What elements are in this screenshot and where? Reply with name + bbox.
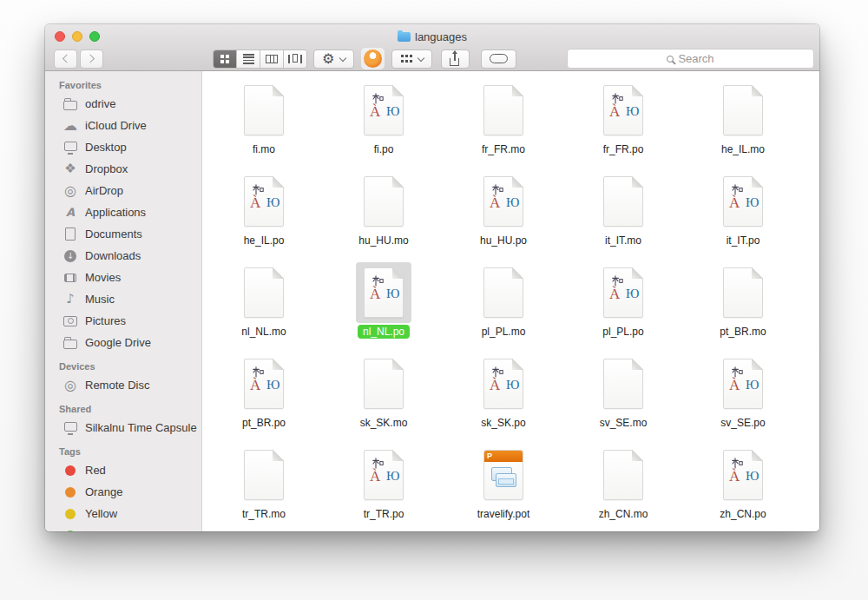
sidebar: Favorites odrive iCloud Drive Desktop Dr… [45,71,202,531]
file-sk_SK.po[interactable]: À Ю sk_SK.po [444,353,563,445]
view-columns-button[interactable] [260,50,284,68]
close-button[interactable] [55,31,65,42]
file-hu_HU.mo[interactable]: hu_HU.mo [324,171,444,262]
sidebar-item-desktop[interactable]: Desktop [45,136,201,158]
music-icon [62,292,78,307]
file-pl_PL.mo[interactable]: pl_PL.mo [444,262,563,353]
search-input[interactable]: Search [567,49,814,69]
back-button[interactable] [54,49,77,69]
file-it_IT.po[interactable]: À Ю it_IT.po [683,171,803,262]
tag-dot-icon [65,531,76,532]
latin-glyph: À [250,378,260,394]
file-icon-wrapper: À Ю [595,80,651,141]
view-coverflow-button[interactable] [284,50,306,68]
sidebar-item-label: Applications [85,206,146,219]
sidebar-item-orange[interactable]: Orange [45,481,201,503]
view-grid-button[interactable] [214,50,237,68]
file-name-label: sk_SK.po [476,416,530,430]
file-pt_BR.po[interactable]: À Ю pt_BR.po [204,353,324,445]
file-it_IT.mo[interactable]: it_IT.mo [563,171,683,262]
applications-icon [62,205,78,221]
sidebar-item-label: Dropbox [85,162,128,175]
sidebar-item-applications[interactable]: Applications [45,201,201,223]
sidebar-item-label: iCloud Drive [85,119,147,132]
file-fr_FR.mo[interactable]: fr_FR.mo [444,80,563,171]
latin-glyph: À [729,378,740,394]
file-nl_NL.po[interactable]: À Ю nl_NL.po [324,262,444,353]
sidebar-item-odrive[interactable]: odrive [45,93,201,115]
file-fi.mo[interactable]: fi.mo [204,80,324,171]
window-chrome: languages ⚙ [45,24,819,71]
file-hu_HU.po[interactable]: À Ю hu_HU.po [444,171,563,262]
action-menu-button[interactable]: ⚙ [313,49,354,69]
tags-button[interactable] [481,49,516,69]
sidebar-item-label: Green [85,529,116,531]
file-tr_TR.mo[interactable]: tr_TR.mo [204,445,324,531]
window-title-text: languages [415,30,467,43]
file-icon-wrapper [715,80,771,141]
chevron-down-icon [418,54,424,61]
share-button[interactable] [441,49,470,69]
movies-icon [62,270,78,286]
document-icon: À Ю [364,267,404,318]
sidebar-item-icloud-drive[interactable]: iCloud Drive [45,115,201,136]
file-fi.po[interactable]: À Ю fi.po [324,80,444,171]
search-icon [667,56,674,63]
sidebar-item-label: Documents [85,227,142,241]
document-icon [244,267,284,318]
minimize-button[interactable] [72,31,82,42]
file-name-label: fr_FR.po [598,142,649,156]
sidebar-item-movies[interactable]: Movies [45,267,201,288]
file-name-label: pt_BR.po [237,416,291,430]
file-pt_BR.mo[interactable]: pt_BR.mo [683,262,803,353]
sidebar-item-yellow[interactable]: Yellow [45,503,201,524]
folder-icon [62,335,78,351]
file-nl_NL.mo[interactable]: nl_NL.mo [204,262,324,353]
odrive-toolbar-button[interactable] [361,48,385,69]
file-zh_CN.po[interactable]: À Ю zh_CN.po [683,445,803,531]
file-pl_PL.po[interactable]: À Ю pl_PL.po [563,262,683,353]
file-name-label: fi.mo [247,142,280,156]
sidebar-item-remote-disc[interactable]: Remote Disc [45,374,201,396]
file-zh_CN.mo[interactable]: zh_CN.mo [563,445,683,531]
file-fr_FR.po[interactable]: À Ю fr_FR.po [563,80,683,171]
file-sk_SK.mo[interactable]: sk_SK.mo [324,353,444,445]
sidebar-item-documents[interactable]: Documents [45,223,201,245]
sidebar-item-dropbox[interactable]: Dropbox [45,158,201,180]
document-icon: À Ю [364,85,404,135]
file-sv_SE.po[interactable]: À Ю sv_SE.po [683,353,803,445]
zoom-button[interactable] [89,31,100,42]
tag-icon [490,54,508,63]
sidebar-item-google-drive[interactable]: Google Drive [45,332,201,353]
file-travelify.pot[interactable]: P travelify.pot [444,445,563,531]
forward-button[interactable] [80,49,103,69]
sidebar-item-downloads[interactable]: Downloads [45,245,201,267]
tag-dot-icon [65,487,76,498]
sidebar-section: Favorites odrive iCloud Drive Desktop Dr… [45,78,201,353]
file-icon-wrapper: À Ю [595,262,651,323]
sidebar-item-music[interactable]: Music [45,288,201,310]
arrange-menu-button[interactable] [391,49,432,69]
file-he_IL.po[interactable]: À Ю he_IL.po [204,171,324,262]
sidebar-item-green[interactable]: Green [45,524,201,531]
sidebar-item-pictures[interactable]: Pictures [45,310,201,332]
titlebar[interactable]: languages [45,24,819,47]
sidebar-item-red[interactable]: Red [45,459,201,481]
sidebar-section: Shared Silkalnu Time Capsule [45,402,201,438]
file-sv_SE.mo[interactable]: sv_SE.mo [563,353,683,445]
document-icon [603,359,643,409]
sidebar-item-airdrop[interactable]: AirDrop [45,180,201,201]
sidebar-section-items: Red Orange Yellow Green [45,459,201,531]
file-tr_TR.po[interactable]: À Ю tr_TR.po [324,445,444,531]
document-icon: À Ю [483,359,523,409]
file-he_IL.mo[interactable]: he_IL.mo [683,80,803,171]
file-icon-wrapper [236,80,292,141]
document-icon [364,359,404,409]
view-list-button[interactable] [237,50,260,68]
latin-glyph: À [490,378,500,394]
sidebar-item-silkalnu-time-capsule[interactable]: Silkalnu Time Capsule [45,417,201,438]
file-name-label: fi.po [369,142,399,156]
chevron-right-icon [86,55,95,63]
sidebar-item-label: Downloads [85,249,141,262]
file-icon-wrapper: À Ю [715,353,771,414]
